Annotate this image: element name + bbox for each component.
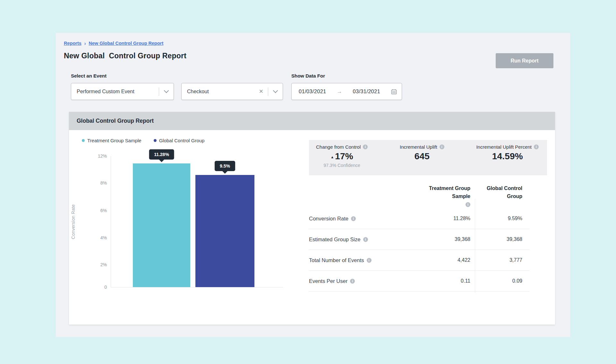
- control-column-header: Global Control Group: [475, 185, 529, 208]
- table-header-spacer: [309, 185, 395, 208]
- event-type-dropdown-toggle[interactable]: [159, 83, 174, 100]
- treatment-bar-tooltip: 11.28%: [149, 149, 174, 160]
- column-header-text: Treatment Group Sample: [422, 185, 470, 201]
- calendar-icon[interactable]: [391, 88, 397, 95]
- info-icon[interactable]: i: [350, 279, 355, 284]
- event-type-value: Performed Custom Event: [71, 89, 159, 95]
- table-row-estimated-group-size: Estimated Group Sizei 39,368 39,368: [309, 229, 529, 250]
- info-icon[interactable]: i: [367, 258, 372, 263]
- row-label: Conversion Rate: [309, 216, 348, 222]
- stat-incremental-uplift-percent: Incremental Uplift Percent i 14.59%: [476, 144, 539, 175]
- show-data-for-label: Show Data For: [291, 73, 325, 79]
- control-bar-tooltip: 9.5%: [215, 161, 235, 171]
- run-report-button[interactable]: Run Report: [496, 53, 553, 68]
- treatment-value: 39,368: [395, 236, 475, 242]
- table-row-total-number-of-events: Total Number of Eventsi 4,422 3,777: [309, 250, 529, 271]
- y-tick-label: 6%: [100, 208, 107, 213]
- breadcrumb-separator-icon: ›: [84, 40, 86, 46]
- stat-label: Incremental Uplift: [400, 144, 437, 150]
- event-select-value: Checkout: [182, 89, 254, 95]
- panel-body: Treatment Group Sample Global Control Gr…: [69, 130, 555, 325]
- control-value: 3,777: [475, 257, 529, 263]
- clear-selection-icon[interactable]: ✕: [254, 88, 268, 95]
- y-tick-label: 12%: [98, 153, 107, 159]
- control-value: 9.59%: [475, 216, 529, 221]
- treatment-column-header: Treatment Group Samplei: [395, 185, 475, 208]
- comparison-table: Treatment Group Samplei Global Control G…: [309, 185, 529, 292]
- event-select-dropdown[interactable]: Checkout ✕: [181, 83, 283, 100]
- y-axis-label: Conversion Rate: [71, 204, 76, 239]
- control-value: 0.09: [475, 278, 529, 284]
- table-column-divider: [475, 199, 475, 293]
- row-label: Total Number of Events: [309, 257, 364, 263]
- stat-label: Incremental Uplift Percent: [476, 144, 532, 150]
- stat-incremental-uplift: Incremental Uplift i 645: [400, 144, 444, 175]
- info-icon[interactable]: i: [534, 145, 539, 149]
- y-tick-label: 0: [104, 285, 107, 290]
- chevron-down-icon: [164, 88, 169, 93]
- global-control-group-report-panel: Global Control Group Report Treatment Gr…: [69, 112, 555, 325]
- info-icon[interactable]: i: [440, 145, 444, 149]
- row-label: Estimated Group Size: [309, 236, 361, 243]
- page-background: { "breadcrumb": { "separator": "›", "ite…: [0, 0, 616, 364]
- chart-legend: Treatment Group Sample Global Control Gr…: [82, 138, 204, 143]
- panel-title: Global Control Group Report: [77, 118, 154, 124]
- conversion-rate-bar-chart: Conversion Rate 12% 8% 6% 4% 2% 0 11.28%…: [111, 156, 283, 287]
- event-select-dropdown-controls: ✕: [254, 83, 283, 100]
- info-icon[interactable]: i: [363, 145, 368, 149]
- table-row-events-per-user: Events Per Useri 0.11 0.09: [309, 271, 529, 292]
- breadcrumb-link-current-report[interactable]: New Global Control Group Report: [89, 41, 163, 46]
- up-arrow-icon: ▲: [330, 155, 334, 159]
- event-select-dropdown-toggle[interactable]: [268, 83, 283, 100]
- treatment-legend-dot-icon: [82, 139, 85, 142]
- y-tick-label: 2%: [100, 262, 107, 267]
- end-date-value[interactable]: 03/31/2021: [353, 88, 380, 95]
- table-header-row: Treatment Group Samplei Global Control G…: [309, 185, 529, 208]
- legend-item-control: Global Control Group: [154, 138, 205, 143]
- legend-label: Global Control Group: [159, 138, 205, 143]
- select-event-label: Select an Event: [71, 73, 107, 79]
- date-range-arrow-icon: →: [337, 88, 342, 95]
- treatment-value: 0.11: [395, 278, 475, 284]
- legend-item-treatment: Treatment Group Sample: [82, 138, 141, 143]
- breadcrumb-link-reports[interactable]: Reports: [64, 41, 81, 46]
- panel-header: Global Control Group Report: [69, 112, 555, 130]
- y-tick-label: 4%: [100, 235, 107, 240]
- stat-value: ▲17%: [316, 151, 368, 161]
- chevron-down-icon: [273, 88, 278, 93]
- info-icon[interactable]: i: [351, 216, 356, 221]
- control-legend-dot-icon: [154, 139, 157, 142]
- confidence-text: 97.3% Confidence: [316, 163, 368, 168]
- event-type-dropdown-controls: [159, 83, 174, 100]
- y-tick-label: 8%: [100, 180, 107, 186]
- breadcrumb: Reports › New Global Control Group Repor…: [64, 41, 163, 46]
- info-icon[interactable]: i: [363, 237, 368, 242]
- column-header-text: Global Control Group: [475, 185, 522, 201]
- treatment-value: 4,422: [395, 257, 475, 263]
- control-group-bar[interactable]: 9.5%: [195, 175, 254, 287]
- control-value: 39,368: [475, 236, 529, 242]
- table-row-conversion-rate: Conversion Ratei 11.28% 9.59%: [309, 208, 529, 229]
- date-range-picker[interactable]: 01/03/2021 → 03/31/2021: [291, 83, 402, 100]
- row-label: Events Per User: [309, 278, 347, 284]
- content-card: Reports › New Global Control Group Repor…: [56, 33, 570, 337]
- stat-change-from-control: Change from Control i ▲17% 97.3% Confide…: [316, 144, 368, 175]
- info-icon[interactable]: i: [466, 202, 470, 207]
- uplift-stats-strip: Change from Control i ▲17% 97.3% Confide…: [309, 140, 547, 175]
- treatment-value: 11.28%: [395, 216, 475, 221]
- page-title: New Global Control Group Report: [64, 52, 186, 60]
- stat-value: 645: [400, 151, 444, 161]
- stat-value: 14.59%: [476, 151, 539, 161]
- legend-label: Treatment Group Sample: [87, 138, 141, 143]
- event-type-dropdown[interactable]: Performed Custom Event: [71, 83, 174, 100]
- stat-value-text: 17%: [335, 151, 353, 161]
- treatment-group-bar[interactable]: 11.28%: [133, 163, 190, 287]
- stat-label: Change from Control: [316, 144, 361, 150]
- start-date-value[interactable]: 01/03/2021: [299, 88, 326, 95]
